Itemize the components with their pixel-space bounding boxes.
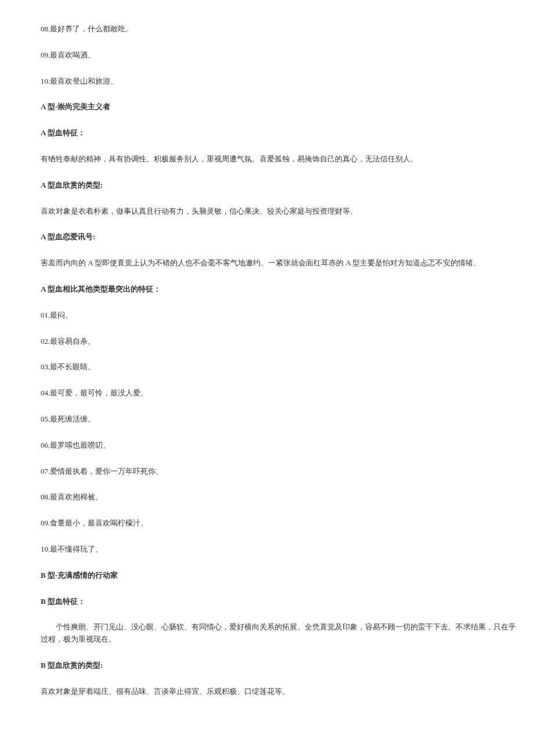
body-paragraph: 10.最喜欢登山和旅游。	[41, 75, 517, 88]
body-paragraph: 喜欢对象是穿着端庄、很有品味、言谈举止得宜、乐观积极、口绽莲花等。	[41, 686, 517, 698]
section-heading: A 型血特征：	[41, 127, 517, 139]
body-paragraph: 01.最闷。	[41, 309, 517, 322]
section-heading: A 型血欣赏的类型:	[41, 179, 517, 192]
section-heading: B 型-充满感情的行动家	[41, 570, 517, 582]
body-paragraph: 09.最喜欢喝酒。	[41, 49, 517, 62]
body-paragraph: 05.最死缠活缠。	[41, 413, 517, 426]
body-paragraph: 08.最喜欢抱棉被。	[41, 491, 517, 503]
section-heading: A 型-崇尚完美主义者	[41, 101, 517, 113]
body-paragraph: 06.最罗嗦也最唠叨。	[41, 440, 517, 452]
body-paragraph: 09.食量最小，最喜欢喝柠檬汁。	[41, 517, 517, 530]
body-paragraph: 10.最不懂得玩了。	[41, 543, 517, 556]
body-paragraph: 喜欢对象是衣着朴素，做事认真且行动有力，头脑灵敏，信心果决。较关心家庭与投资理财…	[41, 206, 517, 218]
section-heading: A 型血恋爱讯号:	[41, 231, 517, 243]
body-paragraph: 08.最好养了，什么都敢吃。	[41, 23, 517, 35]
body-paragraph: 02.最容易自杀。	[41, 336, 517, 348]
section-heading: A 型血相比其他类型最突出的特征：	[41, 283, 517, 296]
body-paragraph: 个性爽朗、开门见山、没心眼、心肠软、有同情心，爱好横向关系的拓展。全凭直觉及印象…	[41, 621, 517, 646]
section-heading: B 型血欣赏的类型:	[41, 660, 517, 672]
section-heading: B 型血特征：	[41, 596, 517, 608]
body-paragraph: 03.最不长眼睛。	[41, 361, 517, 373]
body-paragraph: 有牺牲奉献的精神，具有协调性。积极服务别人，重视周遭气氛。喜爱孤独，易掩饰自己的…	[41, 153, 517, 165]
body-paragraph: 害羞而内向的 A 型即使直觉上认为不错的人也不会毫不客气地邀约。一紧张就会面红耳…	[41, 257, 517, 269]
body-paragraph: 07.爱情最执着，爱你一万年吓死你。	[41, 466, 517, 478]
body-paragraph: 04.最可爱，最可怜，最没人爱。	[41, 387, 517, 399]
